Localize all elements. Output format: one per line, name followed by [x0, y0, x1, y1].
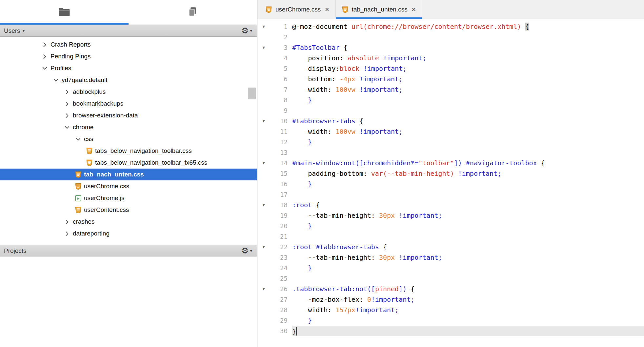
code-line-text[interactable]: }: [292, 315, 644, 326]
chevron-right-icon[interactable]: [63, 101, 70, 107]
tree-item-browser-extension-data[interactable]: browser-extension-data: [0, 110, 257, 121]
fold-gutter: [257, 168, 270, 179]
chevron-right-icon[interactable]: [63, 89, 70, 95]
chevron-right-icon[interactable]: [41, 42, 48, 48]
code-line-text[interactable]: position: absolute !important;: [292, 53, 644, 63]
tree-item-tabs-below-navigation-toolbar-fx65-css[interactable]: tabs_below_navigation_toolbar_fx65.css: [0, 157, 257, 169]
tree-item-label: Pending Pings: [50, 53, 91, 60]
fold-marker-icon[interactable]: ▼: [257, 284, 270, 294]
tree-item-crash-reports[interactable]: Crash Reports: [0, 39, 257, 51]
chevron-right-icon[interactable]: [63, 112, 70, 119]
fold-gutter: [257, 126, 270, 137]
sidebar: Users ▾ ⚙ ▾ Crash ReportsPending PingsPr…: [0, 0, 257, 347]
code-line-text[interactable]: .tabbrowser-tab:not([pinned]) {: [292, 284, 644, 294]
fold-gutter: [257, 210, 270, 221]
chevron-right-icon[interactable]: [63, 219, 70, 225]
chevron-down-icon[interactable]: [52, 77, 59, 83]
code-line-text[interactable]: width: 100vw !important;: [292, 126, 644, 137]
code-line-text[interactable]: @-moz-document url(chrome://browser/cont…: [292, 21, 644, 32]
code-line-text[interactable]: --tab-min-height: 30px !important;: [292, 210, 644, 221]
fold-gutter: [257, 263, 270, 273]
code-line-text[interactable]: width: 157px!important;: [292, 305, 644, 315]
chevron-right-icon[interactable]: [41, 53, 48, 60]
fold-marker-icon[interactable]: ▼: [257, 42, 270, 53]
code-area[interactable]: ▼1@-moz-document url(chrome://browser/co…: [257, 19, 644, 336]
line-number: 15: [270, 168, 292, 179]
code-line-text[interactable]: :root #tabbrowser-tabs {: [292, 242, 644, 252]
code-line-27: 27 -moz-box-flex: 0!important;: [257, 294, 644, 305]
code-line-text[interactable]: }: [292, 179, 644, 189]
fold-marker-icon[interactable]: ▼: [257, 158, 270, 168]
close-icon[interactable]: ✕: [325, 6, 329, 13]
tree-item-pending-pings[interactable]: Pending Pings: [0, 51, 257, 62]
tree-item-profiles[interactable]: Profiles: [0, 62, 257, 74]
fold-marker-icon[interactable]: ▼: [257, 21, 270, 32]
tree-item-bookmarkbackups[interactable]: bookmarkbackups: [0, 98, 257, 110]
fold-gutter: [257, 95, 270, 105]
close-icon[interactable]: ✕: [412, 6, 416, 13]
code-line-text[interactable]: --tab-min-height: 30px !important;: [292, 252, 644, 263]
tree-item-tabs-below-navigation-toolbar-css[interactable]: tabs_below_navigation_toolbar.css: [0, 145, 257, 157]
code-line-text[interactable]: bottom: -4px !important;: [292, 74, 644, 84]
users-section-header[interactable]: Users ▾ ⚙ ▾: [0, 25, 257, 37]
tree-item-userchrome-css[interactable]: userChrome.css: [0, 180, 257, 192]
tree-item-usercontent-css[interactable]: userContent.css: [0, 204, 257, 216]
code-line-text[interactable]: -moz-box-flex: 0!important;: [292, 294, 644, 305]
tree-item-yd7qaafc-default[interactable]: yd7qaafc.default: [0, 74, 257, 86]
chevron-down-icon[interactable]: [41, 65, 48, 71]
code-line-21: 21: [257, 231, 644, 242]
tree-item-adblockplus[interactable]: adblockplus: [0, 86, 257, 98]
code-line-text[interactable]: }: [292, 137, 644, 147]
code-line-text[interactable]: }: [292, 221, 644, 231]
code-line-text[interactable]: #tabbrowser-tabs {: [292, 116, 644, 126]
users-settings-button[interactable]: ⚙ ▾: [241, 27, 252, 35]
code-line-text[interactable]: }: [292, 326, 644, 336]
code-line-text[interactable]: [292, 105, 644, 116]
code-line-text[interactable]: [292, 32, 644, 42]
fold-marker-icon[interactable]: ▼: [257, 242, 270, 252]
fold-marker-icon[interactable]: ▼: [257, 116, 270, 126]
code-line-17: 17: [257, 189, 644, 200]
tree-item-crashes[interactable]: crashes: [0, 216, 257, 228]
code-line-text[interactable]: display:block !important;: [292, 63, 644, 74]
tree-item-label: userChrome.css: [84, 183, 129, 190]
code-line-text[interactable]: [292, 273, 644, 284]
chevron-down-icon[interactable]: [63, 124, 70, 131]
editor-tab-userchrome-css[interactable]: userChrome.css✕: [259, 0, 336, 19]
fold-marker-icon[interactable]: ▼: [257, 200, 270, 210]
tree-item-label: yd7qaafc.default: [62, 76, 107, 84]
code-line-text[interactable]: [292, 231, 644, 242]
line-number: 25: [270, 273, 292, 284]
tree-item-chrome[interactable]: chrome: [0, 121, 257, 133]
tree-item-label: tabs_below_navigation_toolbar.css: [95, 147, 192, 154]
fold-gutter: [257, 32, 270, 42]
fold-gutter: [257, 326, 270, 336]
panel-tab-documents[interactable]: [129, 0, 257, 25]
chevron-down-icon[interactable]: [74, 136, 82, 142]
tree-item-css[interactable]: css: [0, 133, 257, 145]
projects-settings-button[interactable]: ⚙ ▾: [241, 247, 252, 255]
active-panel-indicator: [0, 23, 129, 25]
projects-section-header[interactable]: Projects ⚙ ▾: [0, 245, 257, 256]
tree-item-tab-nach-unten-css[interactable]: tab_nach_unten.css: [0, 169, 257, 180]
editor-tab-tab-nach-unten-css[interactable]: tab_nach_unten.css✕: [336, 0, 422, 19]
code-line-text[interactable]: width: 100vw !important;: [292, 84, 644, 95]
code-line-text[interactable]: }: [292, 95, 644, 105]
code-line-text[interactable]: padding-bottom: var(--tab-min-height) !i…: [292, 168, 644, 179]
code-line-23: 23 --tab-min-height: 30px !important;: [257, 252, 644, 263]
code-line-text[interactable]: :root {: [292, 200, 644, 210]
chevron-right-icon[interactable]: [63, 231, 70, 237]
tree-item-userchrome-js[interactable]: jsuserChrome.js: [0, 192, 257, 204]
css-file-icon: [265, 6, 272, 13]
code-line-text[interactable]: }: [292, 263, 644, 273]
line-number: 3: [270, 42, 292, 53]
line-number: 5: [270, 63, 292, 74]
code-line-text[interactable]: #TabsToolbar {: [292, 42, 644, 53]
code-line-text[interactable]: [292, 189, 644, 200]
gear-icon: ⚙: [241, 27, 249, 35]
sidebar-scrollbar-thumb[interactable]: [248, 88, 256, 99]
panel-tab-places[interactable]: [0, 0, 129, 25]
code-line-text[interactable]: [292, 147, 644, 158]
code-line-text[interactable]: #main-window:not([chromehidden*="toolbar…: [292, 158, 644, 168]
tree-item-datareporting[interactable]: datareporting: [0, 228, 257, 239]
